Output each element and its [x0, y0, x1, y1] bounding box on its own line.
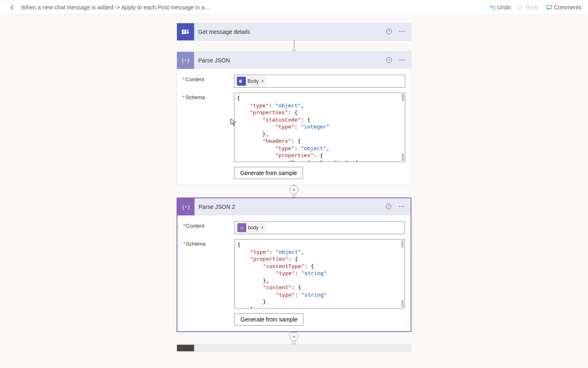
svg-text:?: ?: [388, 58, 390, 62]
svg-point-23: [403, 206, 404, 206]
add-action-button[interactable]: +: [290, 185, 298, 194]
token-remove[interactable]: ×: [261, 78, 264, 84]
card-title: Parse JSON 2: [195, 204, 235, 210]
svg-text:{∙}: {∙}: [181, 58, 190, 63]
connector-arrow: +: [290, 184, 298, 198]
more-icon[interactable]: [399, 57, 405, 64]
undo-label: Undo: [497, 4, 511, 11]
help-icon[interactable]: ?: [385, 203, 392, 211]
svg-point-21: [399, 206, 400, 206]
undo-button[interactable]: Undo: [490, 4, 511, 11]
json-token-icon: {}: [237, 223, 246, 232]
help-icon[interactable]: ?: [386, 57, 392, 64]
card-header[interactable]: T Get message details ?: [177, 23, 411, 40]
svg-point-9: [404, 31, 405, 31]
card-title: Get message details: [194, 29, 250, 35]
connector-arrow: [292, 40, 296, 52]
teams-icon: T: [177, 23, 194, 40]
action-card-parse-json-2[interactable]: {∙} Parse JSON 2 ? *Content {} body ×: [177, 197, 411, 332]
card-body: *Content {} body × *Schema { "type": "ob…: [177, 215, 411, 331]
action-icon: [177, 345, 194, 352]
svg-text:?: ?: [387, 204, 389, 208]
help-icon[interactable]: ?: [386, 28, 392, 36]
more-icon[interactable]: [398, 203, 405, 211]
redo-icon: [518, 4, 524, 10]
svg-point-14: [402, 59, 402, 60]
card-body: *Content T Body × *Schema { "type": "obj…: [177, 69, 411, 185]
card-title: Parse JSON: [194, 57, 230, 64]
action-card-parse-json[interactable]: {∙} Parse JSON ? *Content T Body ×: [177, 51, 411, 185]
svg-point-8: [402, 31, 402, 31]
undo-icon: [490, 4, 495, 10]
svg-text:{}: {}: [240, 226, 243, 230]
content-token[interactable]: T Body ×: [236, 76, 266, 86]
svg-point-3: [187, 29, 188, 31]
schema-field-label: *Schema: [183, 93, 229, 100]
token-remove[interactable]: ×: [261, 225, 264, 231]
svg-point-13: [400, 59, 400, 60]
redo-label: Redo: [526, 4, 539, 11]
content-field-label: *Content: [183, 75, 229, 82]
token-label: body: [248, 225, 259, 231]
comment-icon: [546, 4, 552, 10]
card-header[interactable]: {∙} Parse JSON ?: [177, 52, 411, 69]
json-icon: {∙}: [177, 198, 195, 215]
content-field-input[interactable]: T Body ×: [234, 75, 405, 88]
svg-text:?: ?: [388, 29, 390, 33]
token-label: Body: [248, 78, 259, 84]
json-icon: {∙}: [177, 52, 194, 69]
schema-textarea[interactable]: { "type": "object", "properties": { "sta…: [234, 93, 405, 162]
card-header[interactable]: {∙} Parse JSON 2 ?: [177, 198, 411, 215]
scrollbar-thumb[interactable]: [401, 300, 404, 307]
content-field-label: *Content: [183, 221, 230, 229]
svg-text:{∙}: {∙}: [182, 204, 190, 210]
generate-from-sample-button[interactable]: Generate from sample: [234, 313, 303, 326]
content-field-input[interactable]: {} body ×: [234, 221, 405, 234]
action-card-get-message-details[interactable]: T Get message details ?: [177, 23, 411, 41]
connector-arrow: +: [290, 331, 298, 345]
arrow-left-icon: [9, 4, 15, 11]
svg-point-7: [400, 31, 400, 31]
breadcrumb: When a new chat message is added -> Appl…: [21, 4, 209, 11]
svg-rect-0: [547, 5, 552, 9]
flow-canvas: T Get message details ? {∙} Parse JSON ?: [0, 15, 588, 368]
content-token[interactable]: {} body ×: [237, 222, 266, 233]
redo-button: Redo: [518, 4, 539, 11]
scrollbar-thumb[interactable]: [401, 240, 404, 248]
comments-label: Comments: [554, 4, 581, 11]
scrollbar-thumb[interactable]: [402, 94, 404, 101]
schema-field-label: *Schema: [183, 239, 230, 247]
svg-point-15: [404, 59, 405, 60]
svg-text:T: T: [240, 80, 241, 82]
svg-rect-4: [187, 31, 189, 34]
back-button[interactable]: [7, 2, 18, 13]
add-action-button[interactable]: +: [290, 332, 298, 341]
comments-button[interactable]: Comments: [546, 4, 581, 11]
action-card-collapsed[interactable]: [177, 344, 411, 352]
top-toolbar: When a new chat message is added -> Appl…: [0, 0, 588, 15]
svg-point-22: [401, 206, 402, 206]
schema-textarea[interactable]: { "type": "object", "properties": { "con…: [234, 239, 405, 308]
generate-from-sample-button[interactable]: Generate from sample: [234, 167, 303, 179]
svg-text:T: T: [183, 30, 185, 34]
teams-token-icon: T: [237, 77, 246, 86]
card-header[interactable]: [177, 345, 411, 352]
more-icon[interactable]: [399, 28, 405, 36]
scrollbar-thumb[interactable]: [402, 153, 404, 161]
